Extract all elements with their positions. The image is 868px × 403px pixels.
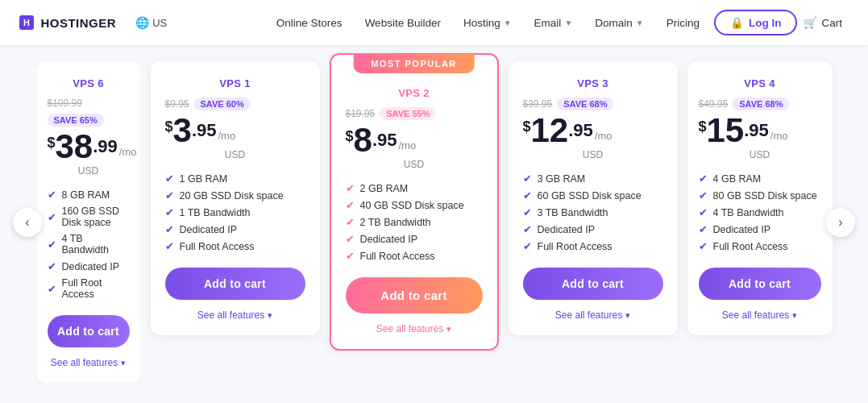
card-vps4-amount: 15 bbox=[707, 114, 745, 147]
card-vps2-dollar: $ bbox=[346, 128, 354, 145]
locale-label: US bbox=[152, 17, 167, 29]
card-vps1-mo: /mo bbox=[218, 130, 235, 142]
see-features-vps4[interactable]: See all features ▾ bbox=[699, 310, 821, 321]
nav-links: Online Stores Website Builder Hosting ▼ … bbox=[268, 12, 708, 34]
nav-website-builder[interactable]: Website Builder bbox=[357, 12, 449, 34]
card-vps6-mo: /mo bbox=[119, 146, 137, 158]
card-vps3-original-price: $39.95 bbox=[523, 98, 553, 110]
card-vps6: VPS 6 $109.99 SAVE 65% $ 38 .99 /mo USD … bbox=[36, 61, 141, 383]
add-to-cart-vps4[interactable]: Add to cart bbox=[699, 268, 821, 300]
list-item: ✔2 GB RAM bbox=[346, 180, 483, 197]
card-vps1: VPS 1 $9.95 SAVE 60% $ 3 .95 /mo USD ✔1 … bbox=[151, 61, 320, 335]
card-vps4-dollar: $ bbox=[699, 118, 707, 135]
check-icon: ✔ bbox=[346, 233, 355, 245]
see-features-vps3[interactable]: See all features ▾ bbox=[523, 310, 663, 321]
card-vps4-main-price: $ 15 .95 /mo bbox=[699, 114, 821, 147]
check-icon: ✔ bbox=[523, 240, 532, 252]
check-icon: ✔ bbox=[699, 240, 708, 252]
check-icon: ✔ bbox=[48, 283, 56, 295]
check-icon: ✔ bbox=[165, 172, 174, 185]
see-features-vps2[interactable]: See all features ▾ bbox=[346, 323, 483, 334]
card-vps3: VPS 3 $39.95 SAVE 68% $ 12 .95 /mo USD ✔… bbox=[509, 61, 678, 335]
chevron-down-icon: ▼ bbox=[504, 19, 512, 27]
card-vps1-title: VPS 1 bbox=[165, 77, 305, 89]
check-icon: ✔ bbox=[48, 189, 56, 201]
lock-icon: 🔒 bbox=[730, 16, 744, 29]
card-vps6-original-price: $109.99 bbox=[48, 98, 82, 109]
chevron-down-icon: ▾ bbox=[625, 310, 630, 321]
add-to-cart-vps3[interactable]: Add to cart bbox=[523, 268, 663, 300]
list-item: ✔8 GB RAM bbox=[48, 186, 130, 203]
login-button[interactable]: 🔒 Log In bbox=[714, 10, 798, 35]
logo[interactable]: H HOSTINGER bbox=[19, 15, 116, 30]
card-vps4-features: ✔4 GB RAM ✔80 GB SSD Disk space ✔4 TB Ba… bbox=[699, 170, 821, 255]
nav-domain[interactable]: Domain ▼ bbox=[587, 12, 651, 34]
pricing-cards: VPS 6 $109.99 SAVE 65% $ 38 .99 /mo USD … bbox=[13, 61, 855, 383]
card-vps6-price-row: $109.99 SAVE 65% bbox=[48, 98, 130, 127]
chevron-down-icon: ▾ bbox=[792, 310, 797, 321]
card-vps3-amount: 12 bbox=[531, 114, 569, 147]
cart-button[interactable]: 🛒 Cart bbox=[797, 11, 849, 34]
card-vps4-price-row: $49.95 SAVE 68% bbox=[699, 98, 821, 110]
list-item: ✔Full Root Access bbox=[523, 238, 663, 255]
list-item: ✔2 TB Bandwidth bbox=[346, 214, 483, 231]
logo-icon: H bbox=[19, 15, 34, 30]
list-item: ✔60 GB SSD Disk space bbox=[523, 187, 663, 204]
check-icon: ✔ bbox=[699, 223, 708, 235]
popular-badge: MOST POPULAR bbox=[353, 54, 475, 73]
list-item: ✔Dedicated IP bbox=[699, 221, 821, 238]
card-vps1-amount: 3 bbox=[173, 114, 192, 147]
nav-pricing[interactable]: Pricing bbox=[658, 12, 708, 34]
nav-online-stores[interactable]: Online Stores bbox=[268, 12, 351, 34]
list-item: ✔Dedicated IP bbox=[346, 231, 483, 247]
list-item: ✔Full Root Access bbox=[346, 247, 483, 264]
list-item: ✔3 GB RAM bbox=[523, 170, 663, 187]
card-vps2-features: ✔2 GB RAM ✔40 GB SSD Disk space ✔2 TB Ba… bbox=[346, 180, 483, 264]
card-vps2-title: VPS 2 bbox=[346, 87, 483, 99]
check-icon: ✔ bbox=[699, 172, 708, 185]
check-icon: ✔ bbox=[523, 172, 532, 185]
check-icon: ✔ bbox=[48, 260, 56, 272]
add-to-cart-vps1[interactable]: Add to cart bbox=[165, 268, 305, 300]
add-to-cart-vps2[interactable]: Add to cart bbox=[346, 277, 483, 314]
card-vps3-save-badge: SAVE 68% bbox=[557, 98, 613, 110]
see-features-vps1[interactable]: See all features ▾ bbox=[165, 310, 305, 321]
list-item: ✔Full Root Access bbox=[48, 275, 130, 302]
chevron-down-icon: ▾ bbox=[121, 358, 126, 368]
list-item: ✔40 GB SSD Disk space bbox=[346, 197, 483, 214]
check-icon: ✔ bbox=[165, 223, 174, 235]
card-vps4-original-price: $49.95 bbox=[699, 98, 729, 110]
list-item: ✔Dedicated IP bbox=[48, 258, 130, 275]
card-vps3-price-row: $39.95 SAVE 68% bbox=[523, 98, 663, 110]
card-vps4: VPS 4 $49.95 SAVE 68% $ 15 .95 /mo USD ✔… bbox=[687, 61, 833, 335]
card-vps4-save-badge: SAVE 68% bbox=[733, 98, 789, 110]
check-icon: ✔ bbox=[346, 199, 355, 211]
list-item: ✔3 TB Bandwidth bbox=[523, 204, 663, 221]
card-vps3-currency: USD bbox=[523, 149, 663, 160]
globe-icon: 🌐 bbox=[135, 16, 149, 29]
see-features-vps6[interactable]: See all features ▾ bbox=[48, 357, 130, 368]
card-vps2: MOST POPULAR VPS 2 $19.95 SAVE 55% $ 8 .… bbox=[330, 53, 499, 351]
card-vps1-cents: .95 bbox=[192, 120, 217, 141]
list-item: ✔4 TB Bandwidth bbox=[699, 204, 821, 221]
cart-icon: 🛒 bbox=[804, 16, 817, 29]
add-to-cart-vps6[interactable]: Add to cart bbox=[48, 315, 130, 347]
check-icon: ✔ bbox=[165, 206, 174, 218]
list-item: ✔Dedicated IP bbox=[165, 221, 305, 238]
nav-email[interactable]: Email ▼ bbox=[526, 12, 581, 34]
nav-hosting[interactable]: Hosting ▼ bbox=[455, 12, 520, 34]
card-vps1-main-price: $ 3 .95 /mo bbox=[165, 114, 305, 147]
card-vps1-currency: USD bbox=[165, 149, 305, 160]
locale-selector[interactable]: 🌐 US bbox=[135, 16, 167, 29]
list-item: ✔4 GB RAM bbox=[699, 170, 821, 187]
navigation: H HOSTINGER 🌐 US Online Stores Website B… bbox=[0, 0, 868, 45]
card-vps4-currency: USD bbox=[699, 149, 821, 160]
check-icon: ✔ bbox=[523, 223, 532, 235]
prev-arrow[interactable]: ‹ bbox=[13, 208, 42, 237]
check-icon: ✔ bbox=[346, 250, 355, 262]
card-vps2-save-badge: SAVE 55% bbox=[380, 107, 436, 120]
card-vps3-main-price: $ 12 .95 /mo bbox=[523, 114, 663, 147]
card-vps6-main-price: $ 38 .99 /mo bbox=[48, 130, 130, 164]
next-arrow[interactable]: › bbox=[826, 208, 855, 237]
check-icon: ✔ bbox=[165, 240, 174, 252]
